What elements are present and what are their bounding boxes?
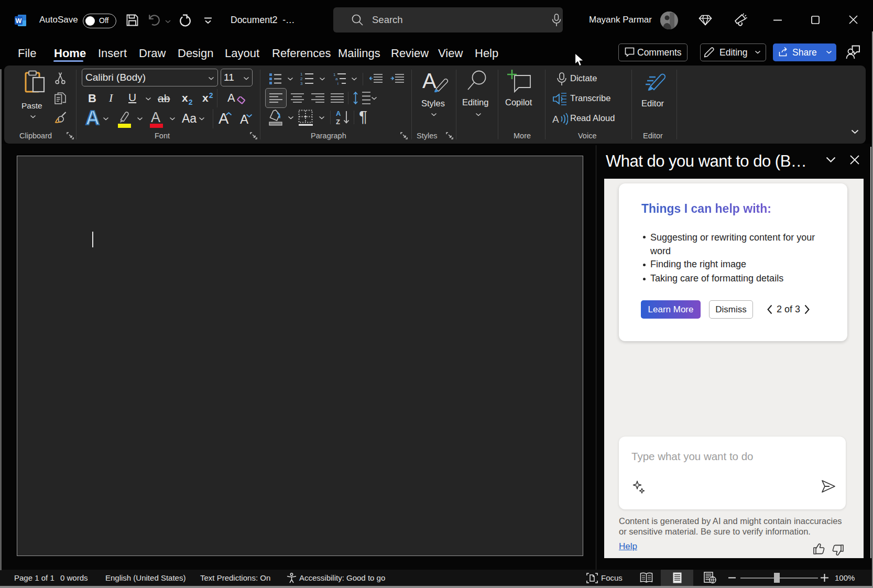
svg-text:A: A: [552, 114, 559, 125]
svg-text:2: 2: [300, 77, 303, 81]
svg-text:A: A: [336, 110, 341, 117]
svg-text:a: a: [335, 77, 338, 81]
svg-text:1: 1: [300, 72, 303, 77]
svg-text:Z: Z: [336, 118, 340, 125]
svg-text:W: W: [15, 17, 21, 25]
svg-text:3: 3: [300, 81, 303, 85]
svg-text:i: i: [337, 81, 339, 85]
